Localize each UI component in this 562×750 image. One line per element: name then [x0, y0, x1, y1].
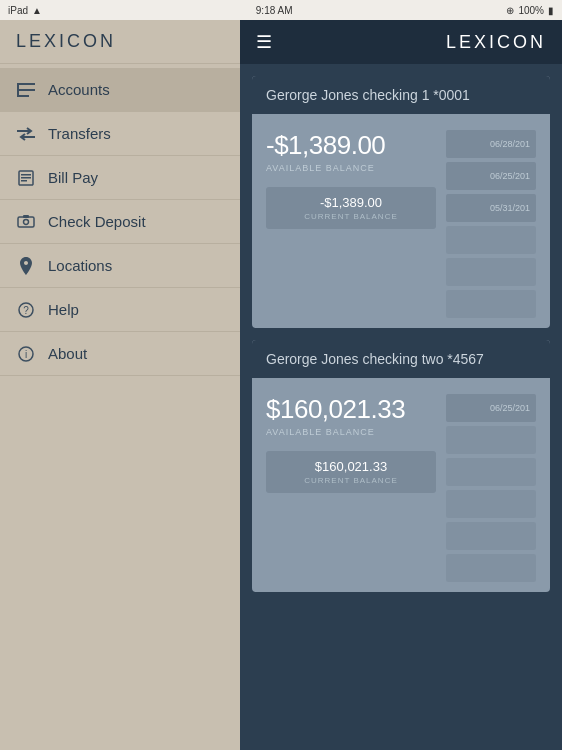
checkdeposit-icon [16, 212, 36, 232]
status-right: ⊕ 100% ▮ [506, 5, 554, 16]
account-1-name: Gerorge Jones checking 1 *0001 [266, 87, 470, 103]
sidebar-item-accounts-label: Accounts [48, 81, 110, 98]
transaction-row: 05/31/201 [446, 194, 536, 222]
sidebar-item-checkdeposit-label: Check Deposit [48, 213, 146, 230]
account-card-1-body: -$1,389.00 AVAILABLE BALANCE -$1,389.00 … [252, 114, 550, 328]
locations-icon [16, 256, 36, 276]
account-2-left: $160,021.33 AVAILABLE BALANCE $160,021.3… [266, 394, 436, 582]
account-1-left: -$1,389.00 AVAILABLE BALANCE -$1,389.00 … [266, 130, 436, 318]
svg-rect-3 [17, 83, 19, 97]
battery-bar: ▮ [548, 5, 554, 16]
sidebar-item-transfers[interactable]: Transfers [0, 112, 240, 156]
main-content: ☰ LEXICON Gerorge Jones checking 1 *0001… [240, 20, 562, 750]
transaction-row-empty [446, 426, 536, 454]
transaction-row: 06/28/201 [446, 130, 536, 158]
transaction-row-empty [446, 554, 536, 582]
svg-rect-10 [18, 217, 34, 227]
transaction-date: 06/25/201 [490, 171, 530, 181]
transaction-row: 06/25/201 [446, 162, 536, 190]
sidebar-item-locations[interactable]: Locations [0, 244, 240, 288]
menu-button[interactable]: ☰ [256, 31, 272, 53]
transaction-row: 06/25/201 [446, 394, 536, 422]
transaction-row-empty [446, 490, 536, 518]
help-icon: ? [16, 300, 36, 320]
svg-text:i: i [25, 349, 27, 360]
account-2-current-amount: $160,021.33 [276, 459, 426, 474]
svg-rect-0 [17, 83, 35, 85]
transaction-row-empty [446, 458, 536, 486]
account-2-available-label: AVAILABLE BALANCE [266, 427, 436, 437]
transaction-row-empty [446, 226, 536, 254]
svg-text:?: ? [23, 305, 29, 316]
account-1-available-amount: -$1,389.00 [266, 130, 436, 161]
account-2-current-label: CURRENT BALANCE [276, 476, 426, 485]
status-bar: iPad ▲ 9:18 AM ⊕ 100% ▮ [0, 0, 562, 20]
app-container: LEXICON Accounts [0, 20, 562, 750]
sidebar-item-help-label: Help [48, 301, 79, 318]
account-1-transactions: 06/28/201 06/25/201 05/31/201 [446, 130, 536, 318]
device-label: iPad [8, 5, 28, 16]
transfers-icon [16, 124, 36, 144]
account-card-2-header: Gerorge Jones checking two *4567 [252, 340, 550, 378]
account-1-current-label: CURRENT BALANCE [276, 212, 426, 221]
sidebar-item-accounts[interactable]: Accounts [0, 68, 240, 112]
transaction-row-empty [446, 290, 536, 318]
svg-rect-12 [23, 215, 29, 218]
account-2-available-amount: $160,021.33 [266, 394, 436, 425]
account-card-2-body: $160,021.33 AVAILABLE BALANCE $160,021.3… [252, 378, 550, 592]
transaction-row-empty [446, 522, 536, 550]
account-2-current-box: $160,021.33 CURRENT BALANCE [266, 451, 436, 493]
about-icon: i [16, 344, 36, 364]
status-left: iPad ▲ [8, 5, 42, 16]
transaction-date: 06/25/201 [490, 403, 530, 413]
transaction-date: 05/31/201 [490, 203, 530, 213]
battery-icon: ⊕ [506, 5, 514, 16]
sidebar-nav: Accounts Transfers [0, 64, 240, 750]
sidebar-item-transfers-label: Transfers [48, 125, 111, 142]
account-card-2[interactable]: Gerorge Jones checking two *4567 $160,02… [252, 340, 550, 592]
main-header: ☰ LEXICON [240, 20, 562, 64]
main-logo: LEXICON [446, 32, 546, 53]
account-card-1[interactable]: Gerorge Jones checking 1 *0001 -$1,389.0… [252, 76, 550, 328]
battery-label: 100% [518, 5, 544, 16]
billpay-icon [16, 168, 36, 188]
accounts-icon [16, 80, 36, 100]
accounts-list: Gerorge Jones checking 1 *0001 -$1,389.0… [240, 64, 562, 750]
sidebar-item-help[interactable]: ? Help [0, 288, 240, 332]
sidebar-header: LEXICON [0, 20, 240, 64]
sidebar: LEXICON Accounts [0, 20, 240, 750]
sidebar-item-checkdeposit[interactable]: Check Deposit [0, 200, 240, 244]
svg-rect-8 [21, 177, 31, 179]
sidebar-logo: LEXICON [16, 31, 116, 52]
sidebar-item-locations-label: Locations [48, 257, 112, 274]
svg-rect-7 [21, 174, 31, 176]
account-card-1-header: Gerorge Jones checking 1 *0001 [252, 76, 550, 114]
sidebar-item-about-label: About [48, 345, 87, 362]
account-1-available-label: AVAILABLE BALANCE [266, 163, 436, 173]
account-1-current-amount: -$1,389.00 [276, 195, 426, 210]
sidebar-item-billpay[interactable]: Bill Pay [0, 156, 240, 200]
account-2-transactions: 06/25/201 [446, 394, 536, 582]
transaction-row-empty [446, 258, 536, 286]
sidebar-item-billpay-label: Bill Pay [48, 169, 98, 186]
account-2-name: Gerorge Jones checking two *4567 [266, 351, 484, 367]
svg-rect-1 [17, 89, 35, 91]
transaction-date: 06/28/201 [490, 139, 530, 149]
account-1-current-box: -$1,389.00 CURRENT BALANCE [266, 187, 436, 229]
status-time: 9:18 AM [256, 5, 293, 16]
bottom-space [252, 604, 550, 624]
svg-rect-9 [21, 180, 27, 182]
svg-point-11 [24, 219, 29, 224]
sidebar-item-about[interactable]: i About [0, 332, 240, 376]
wifi-icon: ▲ [32, 5, 42, 16]
